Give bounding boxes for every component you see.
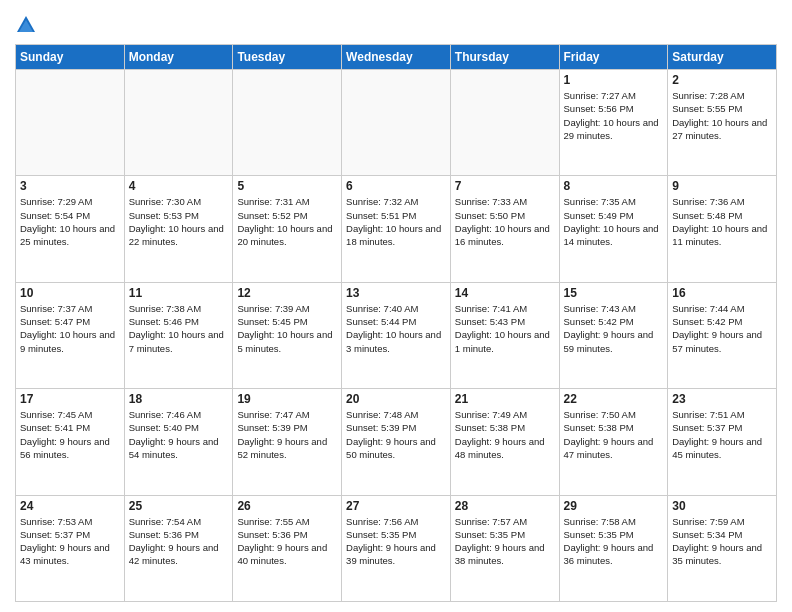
calendar-table: SundayMondayTuesdayWednesdayThursdayFrid…	[15, 44, 777, 602]
calendar-day-cell: 18Sunrise: 7:46 AM Sunset: 5:40 PM Dayli…	[124, 389, 233, 495]
calendar-day-cell: 2Sunrise: 7:28 AM Sunset: 5:55 PM Daylig…	[668, 70, 777, 176]
day-info: Sunrise: 7:56 AM Sunset: 5:35 PM Dayligh…	[346, 515, 446, 568]
weekday-header-monday: Monday	[124, 45, 233, 70]
weekday-header-sunday: Sunday	[16, 45, 125, 70]
calendar-day-cell: 6Sunrise: 7:32 AM Sunset: 5:51 PM Daylig…	[342, 176, 451, 282]
day-info: Sunrise: 7:46 AM Sunset: 5:40 PM Dayligh…	[129, 408, 229, 461]
day-info: Sunrise: 7:55 AM Sunset: 5:36 PM Dayligh…	[237, 515, 337, 568]
day-info: Sunrise: 7:40 AM Sunset: 5:44 PM Dayligh…	[346, 302, 446, 355]
calendar-day-cell: 12Sunrise: 7:39 AM Sunset: 5:45 PM Dayli…	[233, 282, 342, 388]
calendar-day-cell: 20Sunrise: 7:48 AM Sunset: 5:39 PM Dayli…	[342, 389, 451, 495]
day-info: Sunrise: 7:58 AM Sunset: 5:35 PM Dayligh…	[564, 515, 664, 568]
calendar-day-cell: 4Sunrise: 7:30 AM Sunset: 5:53 PM Daylig…	[124, 176, 233, 282]
day-info: Sunrise: 7:41 AM Sunset: 5:43 PM Dayligh…	[455, 302, 555, 355]
calendar-day-cell: 14Sunrise: 7:41 AM Sunset: 5:43 PM Dayli…	[450, 282, 559, 388]
day-info: Sunrise: 7:47 AM Sunset: 5:39 PM Dayligh…	[237, 408, 337, 461]
day-number: 16	[672, 286, 772, 300]
calendar-empty-cell	[233, 70, 342, 176]
day-info: Sunrise: 7:27 AM Sunset: 5:56 PM Dayligh…	[564, 89, 664, 142]
day-info: Sunrise: 7:54 AM Sunset: 5:36 PM Dayligh…	[129, 515, 229, 568]
day-number: 18	[129, 392, 229, 406]
weekday-header-wednesday: Wednesday	[342, 45, 451, 70]
day-number: 22	[564, 392, 664, 406]
day-number: 7	[455, 179, 555, 193]
calendar-day-cell: 26Sunrise: 7:55 AM Sunset: 5:36 PM Dayli…	[233, 495, 342, 601]
day-number: 27	[346, 499, 446, 513]
calendar-day-cell: 24Sunrise: 7:53 AM Sunset: 5:37 PM Dayli…	[16, 495, 125, 601]
calendar-day-cell: 21Sunrise: 7:49 AM Sunset: 5:38 PM Dayli…	[450, 389, 559, 495]
day-number: 5	[237, 179, 337, 193]
day-info: Sunrise: 7:50 AM Sunset: 5:38 PM Dayligh…	[564, 408, 664, 461]
day-info: Sunrise: 7:33 AM Sunset: 5:50 PM Dayligh…	[455, 195, 555, 248]
calendar-empty-cell	[450, 70, 559, 176]
day-info: Sunrise: 7:37 AM Sunset: 5:47 PM Dayligh…	[20, 302, 120, 355]
day-number: 23	[672, 392, 772, 406]
calendar-day-cell: 5Sunrise: 7:31 AM Sunset: 5:52 PM Daylig…	[233, 176, 342, 282]
calendar-day-cell: 23Sunrise: 7:51 AM Sunset: 5:37 PM Dayli…	[668, 389, 777, 495]
calendar-empty-cell	[342, 70, 451, 176]
day-info: Sunrise: 7:49 AM Sunset: 5:38 PM Dayligh…	[455, 408, 555, 461]
calendar-day-cell: 17Sunrise: 7:45 AM Sunset: 5:41 PM Dayli…	[16, 389, 125, 495]
day-number: 6	[346, 179, 446, 193]
day-number: 29	[564, 499, 664, 513]
day-number: 28	[455, 499, 555, 513]
day-number: 26	[237, 499, 337, 513]
calendar-day-cell: 19Sunrise: 7:47 AM Sunset: 5:39 PM Dayli…	[233, 389, 342, 495]
weekday-header-row: SundayMondayTuesdayWednesdayThursdayFrid…	[16, 45, 777, 70]
calendar-week-row: 10Sunrise: 7:37 AM Sunset: 5:47 PM Dayli…	[16, 282, 777, 388]
day-info: Sunrise: 7:30 AM Sunset: 5:53 PM Dayligh…	[129, 195, 229, 248]
day-number: 21	[455, 392, 555, 406]
day-info: Sunrise: 7:35 AM Sunset: 5:49 PM Dayligh…	[564, 195, 664, 248]
day-number: 25	[129, 499, 229, 513]
calendar-day-cell: 25Sunrise: 7:54 AM Sunset: 5:36 PM Dayli…	[124, 495, 233, 601]
day-info: Sunrise: 7:59 AM Sunset: 5:34 PM Dayligh…	[672, 515, 772, 568]
calendar-day-cell: 7Sunrise: 7:33 AM Sunset: 5:50 PM Daylig…	[450, 176, 559, 282]
calendar-day-cell: 15Sunrise: 7:43 AM Sunset: 5:42 PM Dayli…	[559, 282, 668, 388]
day-number: 20	[346, 392, 446, 406]
day-info: Sunrise: 7:39 AM Sunset: 5:45 PM Dayligh…	[237, 302, 337, 355]
day-number: 4	[129, 179, 229, 193]
day-number: 30	[672, 499, 772, 513]
weekday-header-thursday: Thursday	[450, 45, 559, 70]
day-number: 17	[20, 392, 120, 406]
calendar-day-cell: 27Sunrise: 7:56 AM Sunset: 5:35 PM Dayli…	[342, 495, 451, 601]
day-number: 15	[564, 286, 664, 300]
calendar-day-cell: 13Sunrise: 7:40 AM Sunset: 5:44 PM Dayli…	[342, 282, 451, 388]
day-info: Sunrise: 7:32 AM Sunset: 5:51 PM Dayligh…	[346, 195, 446, 248]
calendar-day-cell: 1Sunrise: 7:27 AM Sunset: 5:56 PM Daylig…	[559, 70, 668, 176]
calendar-day-cell: 29Sunrise: 7:58 AM Sunset: 5:35 PM Dayli…	[559, 495, 668, 601]
header	[15, 10, 777, 36]
day-number: 1	[564, 73, 664, 87]
logo-icon	[15, 14, 37, 36]
calendar-empty-cell	[124, 70, 233, 176]
calendar-week-row: 3Sunrise: 7:29 AM Sunset: 5:54 PM Daylig…	[16, 176, 777, 282]
day-info: Sunrise: 7:43 AM Sunset: 5:42 PM Dayligh…	[564, 302, 664, 355]
calendar-day-cell: 10Sunrise: 7:37 AM Sunset: 5:47 PM Dayli…	[16, 282, 125, 388]
calendar-week-row: 17Sunrise: 7:45 AM Sunset: 5:41 PM Dayli…	[16, 389, 777, 495]
logo	[15, 14, 41, 36]
calendar-week-row: 1Sunrise: 7:27 AM Sunset: 5:56 PM Daylig…	[16, 70, 777, 176]
calendar-day-cell: 3Sunrise: 7:29 AM Sunset: 5:54 PM Daylig…	[16, 176, 125, 282]
day-number: 9	[672, 179, 772, 193]
weekday-header-tuesday: Tuesday	[233, 45, 342, 70]
day-info: Sunrise: 7:28 AM Sunset: 5:55 PM Dayligh…	[672, 89, 772, 142]
day-number: 10	[20, 286, 120, 300]
day-number: 19	[237, 392, 337, 406]
calendar-day-cell: 9Sunrise: 7:36 AM Sunset: 5:48 PM Daylig…	[668, 176, 777, 282]
calendar-week-row: 24Sunrise: 7:53 AM Sunset: 5:37 PM Dayli…	[16, 495, 777, 601]
calendar-day-cell: 22Sunrise: 7:50 AM Sunset: 5:38 PM Dayli…	[559, 389, 668, 495]
calendar-day-cell: 28Sunrise: 7:57 AM Sunset: 5:35 PM Dayli…	[450, 495, 559, 601]
day-info: Sunrise: 7:45 AM Sunset: 5:41 PM Dayligh…	[20, 408, 120, 461]
calendar-day-cell: 30Sunrise: 7:59 AM Sunset: 5:34 PM Dayli…	[668, 495, 777, 601]
weekday-header-friday: Friday	[559, 45, 668, 70]
day-info: Sunrise: 7:38 AM Sunset: 5:46 PM Dayligh…	[129, 302, 229, 355]
page: SundayMondayTuesdayWednesdayThursdayFrid…	[0, 0, 792, 612]
day-info: Sunrise: 7:51 AM Sunset: 5:37 PM Dayligh…	[672, 408, 772, 461]
day-number: 14	[455, 286, 555, 300]
day-info: Sunrise: 7:57 AM Sunset: 5:35 PM Dayligh…	[455, 515, 555, 568]
calendar-day-cell: 16Sunrise: 7:44 AM Sunset: 5:42 PM Dayli…	[668, 282, 777, 388]
day-number: 11	[129, 286, 229, 300]
day-info: Sunrise: 7:36 AM Sunset: 5:48 PM Dayligh…	[672, 195, 772, 248]
day-info: Sunrise: 7:48 AM Sunset: 5:39 PM Dayligh…	[346, 408, 446, 461]
day-info: Sunrise: 7:53 AM Sunset: 5:37 PM Dayligh…	[20, 515, 120, 568]
